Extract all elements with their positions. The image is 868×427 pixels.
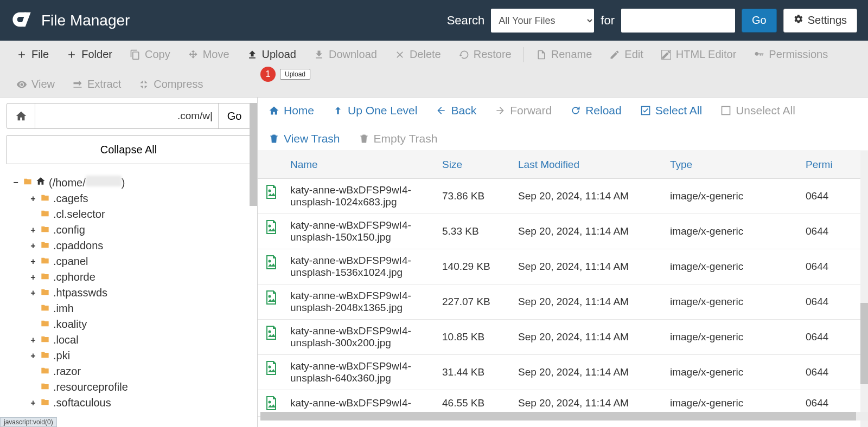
- nav-home-button[interactable]: Home: [269, 104, 314, 117]
- svg-point-8: [269, 366, 271, 368]
- move-icon: [188, 49, 199, 60]
- tree-item[interactable]: .resourceprofile: [29, 379, 251, 395]
- tree-expand-icon[interactable]: [29, 211, 37, 218]
- table-vertical-scrollbar[interactable]: [860, 151, 868, 427]
- tree-expand-icon[interactable]: +: [29, 289, 37, 297]
- tree-expand-icon[interactable]: +: [29, 352, 37, 360]
- tree-expand-icon[interactable]: +: [29, 274, 37, 281]
- tree-item[interactable]: +.config: [29, 222, 251, 238]
- collapse-all-button[interactable]: Collapse All: [7, 135, 251, 164]
- tree-item[interactable]: .imh: [29, 301, 251, 316]
- compress-button[interactable]: Compress: [130, 75, 212, 94]
- forward-arrow-icon: [495, 105, 506, 116]
- table-row[interactable]: katy-anne-wBxDFSP9wI4-unsplash-150x150.j…: [258, 214, 868, 249]
- delete-button[interactable]: Delete: [386, 45, 450, 64]
- tree-item[interactable]: .koality: [29, 316, 251, 332]
- svg-point-7: [269, 331, 271, 333]
- tree-root[interactable]: − (/home/): [12, 174, 251, 191]
- folder-tree: − (/home/) +.cagefs.cl.selector+.config+…: [7, 174, 251, 411]
- cell-type: image/x-generic: [665, 179, 800, 214]
- status-bar: javascript:void(0): [0, 417, 57, 427]
- edit-button[interactable]: Edit: [601, 45, 652, 64]
- upload-button[interactable]: Upload: [238, 45, 305, 64]
- view-trash-button[interactable]: View Trash: [269, 132, 340, 145]
- tree-item[interactable]: +.softaculous: [29, 395, 251, 411]
- back-arrow-icon: [436, 105, 446, 116]
- tree-expand-icon[interactable]: [29, 305, 37, 313]
- new-file-button[interactable]: File: [8, 45, 58, 64]
- tree-expand-icon[interactable]: [29, 368, 37, 376]
- tree-item[interactable]: +.pki: [29, 348, 251, 364]
- html-editor-button[interactable]: HTML Editor: [652, 45, 745, 64]
- select-all-button[interactable]: Select All: [640, 104, 702, 117]
- nav-up-button[interactable]: Up One Level: [333, 104, 417, 117]
- copy-button[interactable]: Copy: [121, 45, 179, 64]
- nav-forward-button[interactable]: Forward: [495, 104, 552, 117]
- tree-item[interactable]: +.cphorde: [29, 269, 251, 285]
- tree-expand-icon[interactable]: +: [29, 399, 37, 407]
- horizontal-scrollbar[interactable]: [260, 412, 868, 420]
- table-row[interactable]: katy-anne-wBxDFSP9wI4-unsplash-300x200.j…: [258, 320, 868, 355]
- restore-button[interactable]: Restore: [450, 45, 520, 64]
- image-file-icon: [258, 249, 285, 275]
- cell-size: 140.29 KB: [437, 249, 513, 284]
- path-go-button[interactable]: Go: [219, 103, 250, 128]
- search-go-button[interactable]: Go: [742, 9, 777, 33]
- view-button[interactable]: View: [8, 75, 63, 94]
- col-type[interactable]: Type: [665, 151, 800, 179]
- path-bar: Go: [7, 103, 251, 129]
- empty-trash-button[interactable]: Empty Trash: [359, 132, 438, 145]
- search-scope-select[interactable]: All Your Files: [491, 9, 594, 33]
- checkbox-empty-icon: [720, 105, 731, 116]
- table-row[interactable]: katy-anne-wBxDFSP9wI4-unsplash-2048x1365…: [258, 284, 868, 320]
- col-modified[interactable]: Last Modified: [513, 151, 665, 179]
- new-folder-button[interactable]: Folder: [58, 45, 121, 64]
- tree-expand-icon[interactable]: +: [29, 337, 37, 344]
- tree-item[interactable]: .razor: [29, 364, 251, 379]
- cell-permissions: 0644: [800, 214, 868, 249]
- reload-button[interactable]: Reload: [570, 104, 622, 117]
- table-row[interactable]: katy-anne-wBxDFSP9wI4-unsplash-1536x1024…: [258, 249, 868, 284]
- cell-modified: Sep 20, 2024, 11:14 AM: [513, 179, 665, 214]
- tree-expand-icon[interactable]: +: [29, 258, 37, 266]
- tree-expand-icon[interactable]: [29, 384, 37, 391]
- rename-button[interactable]: Rename: [527, 45, 601, 64]
- tree-expand-icon[interactable]: +: [29, 242, 37, 250]
- tree-item[interactable]: +.cagefs: [29, 191, 251, 206]
- tree-expand-icon[interactable]: +: [29, 227, 37, 234]
- tree-item-label: .koality: [53, 318, 87, 331]
- folder-icon: [40, 334, 50, 346]
- table-row[interactable]: katy-anne-wBxDFSP9wI4-unsplash-640x360.j…: [258, 355, 868, 390]
- table-row[interactable]: katy-anne-wBxDFSP9wI4-unsplash-1024x683.…: [258, 179, 868, 214]
- col-name[interactable]: Name: [285, 151, 437, 179]
- html-editor-icon: [661, 49, 672, 60]
- col-size[interactable]: Size: [437, 151, 513, 179]
- image-file-icon: [258, 284, 285, 310]
- move-button[interactable]: Move: [179, 45, 238, 64]
- tree-expand-icon[interactable]: [29, 321, 37, 328]
- tree-item[interactable]: +.htpasswds: [29, 285, 251, 301]
- nav-back-button[interactable]: Back: [436, 104, 476, 117]
- search-input[interactable]: [621, 9, 735, 33]
- download-button[interactable]: Download: [305, 45, 386, 64]
- content-panel: Home Up One Level Back Forward Reload Se…: [258, 98, 868, 427]
- cell-name: katy-anne-wBxDFSP9wI4-unsplash-1024x683.…: [285, 179, 437, 214]
- sidebar-scrollbar[interactable]: [250, 103, 257, 206]
- tree-item[interactable]: .cl.selector: [29, 206, 251, 222]
- col-permissions[interactable]: Permi: [800, 151, 868, 179]
- tree-item[interactable]: +.cpaddons: [29, 238, 251, 254]
- tree-item[interactable]: +.cpanel: [29, 254, 251, 269]
- extract-button[interactable]: Extract: [63, 75, 130, 94]
- tree-item-label: .local: [53, 334, 79, 346]
- settings-button[interactable]: Settings: [783, 9, 857, 33]
- tree-collapse-icon[interactable]: −: [12, 179, 20, 186]
- svg-point-4: [269, 225, 271, 227]
- permissions-button[interactable]: Permissions: [745, 45, 837, 64]
- path-input[interactable]: [35, 103, 219, 128]
- path-home-button[interactable]: [7, 103, 35, 128]
- unselect-all-button[interactable]: Unselect All: [720, 104, 795, 117]
- tree-item-label: .cl.selector: [53, 208, 105, 221]
- tree-expand-icon[interactable]: +: [29, 195, 37, 203]
- cell-name: katy-anne-wBxDFSP9wI4-unsplash-1536x1024…: [285, 249, 437, 284]
- tree-item[interactable]: +.local: [29, 332, 251, 348]
